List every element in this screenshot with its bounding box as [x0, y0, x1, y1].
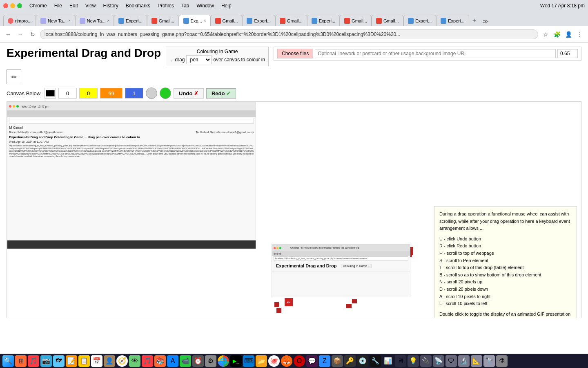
menu-window[interactable]: Window: [194, 2, 216, 9]
menu-edit[interactable]: Edit: [67, 2, 80, 9]
tab-experi3[interactable]: Experi...: [307, 15, 340, 26]
taskbar-facetime[interactable]: 📹: [180, 355, 191, 367]
taskbar-more2[interactable]: 🔑: [344, 355, 356, 367]
taskbar-more14[interactable]: ⚗: [496, 355, 508, 367]
reload-button[interactable]: ↻: [28, 29, 38, 39]
tab-gmail4[interactable]: Gmail...: [340, 15, 372, 26]
extensions-icon[interactable]: 🧩: [552, 29, 562, 39]
more-tabs-button[interactable]: ≫: [479, 16, 492, 26]
taskbar-slack[interactable]: 💬: [306, 355, 318, 367]
menu-tab[interactable]: Tab: [179, 2, 192, 9]
menu-view[interactable]: View: [83, 2, 98, 9]
new-tab-button[interactable]: +: [469, 15, 479, 26]
taskbar-calendar[interactable]: 📅: [91, 355, 102, 367]
taskbar-maps[interactable]: 🗺: [53, 355, 65, 367]
num-input-2[interactable]: 0: [79, 88, 98, 99]
taskbar-more11[interactable]: 🔬: [458, 355, 470, 367]
taskbar-vscode[interactable]: ⌨: [243, 355, 254, 367]
canvas-area[interactable]: Wed 10 Apr 12:47 pm M Gmail Robert Metca…: [7, 101, 581, 318]
pen-button[interactable]: ✏: [7, 70, 21, 84]
taskbar-more9[interactable]: 📡: [433, 355, 444, 367]
minimize-button[interactable]: [10, 3, 15, 8]
taskbar-finder[interactable]: 🔍: [2, 355, 14, 367]
num-input-1[interactable]: 0: [58, 88, 77, 99]
taskbar-music[interactable]: 🎵: [28, 355, 39, 367]
taskbar-more3[interactable]: 💿: [357, 355, 368, 367]
taskbar-reminders[interactable]: 📝: [66, 355, 77, 367]
tab-gmail1[interactable]: Gmail...: [147, 15, 179, 26]
close-button[interactable]: [3, 3, 8, 8]
taskbar-more10[interactable]: 🛡: [445, 355, 457, 367]
menu-history[interactable]: History: [101, 2, 121, 9]
taskbar-contacts[interactable]: 👤: [104, 355, 115, 367]
circle-button-green[interactable]: [160, 88, 171, 99]
taskbar-chrome[interactable]: 🌐: [218, 355, 229, 367]
tab-experi2[interactable]: Experi...: [242, 15, 275, 26]
maximize-button[interactable]: [17, 3, 22, 8]
tab-rjmpro[interactable]: rjmpro...: [3, 15, 36, 26]
red-square[interactable]: ✏: [285, 298, 293, 306]
back-button[interactable]: ←: [3, 29, 13, 39]
taskbar-github[interactable]: 🐙: [268, 355, 280, 367]
ss2-toolbar: [272, 251, 410, 256]
taskbar-more4[interactable]: 🔧: [370, 355, 381, 367]
taskbar-opera[interactable]: O: [294, 355, 305, 367]
taskbar-safari[interactable]: 🧭: [116, 355, 128, 367]
taskbar-books[interactable]: 📚: [154, 355, 166, 367]
forward-button[interactable]: →: [16, 29, 25, 39]
menu-icon[interactable]: ⋮: [575, 29, 585, 39]
tab-new2[interactable]: New Ta... ×: [75, 15, 114, 26]
tab-close-icon[interactable]: ×: [68, 18, 71, 23]
tab-experi4[interactable]: Experi...: [403, 15, 436, 26]
color-picker[interactable]: [45, 88, 56, 99]
taskbar-more8[interactable]: 🔌: [420, 355, 432, 367]
tab-new1[interactable]: New Ta... ×: [36, 15, 75, 26]
pen-select[interactable]: pen pencil brush: [186, 55, 212, 64]
menu-chrome[interactable]: Chrome: [27, 2, 49, 9]
taskbar-itunes[interactable]: 🎵: [142, 355, 153, 367]
ss-recipient: To: Robert Metcalfe <rmetcalfe1@gmail.co…: [196, 131, 254, 134]
tab-experi1[interactable]: Experi...: [114, 15, 147, 26]
taskbar-appstore[interactable]: A: [167, 355, 178, 367]
taskbar-preview[interactable]: 👁: [129, 355, 140, 367]
taskbar-more7[interactable]: 💡: [408, 355, 419, 367]
menu-help[interactable]: Help: [219, 2, 234, 9]
taskbar-more6[interactable]: 🖥: [395, 355, 406, 367]
undo-button[interactable]: Undo ✗: [174, 88, 204, 99]
taskbar-settings[interactable]: ⚙: [205, 355, 216, 367]
tab-close-icon[interactable]: ×: [204, 18, 206, 23]
tab-close-icon[interactable]: ×: [107, 18, 110, 23]
menu-file[interactable]: File: [52, 2, 65, 9]
bg-url-input[interactable]: [315, 49, 556, 58]
taskbar-zoom[interactable]: Z: [319, 355, 330, 367]
menu-profiles[interactable]: Profiles: [155, 2, 176, 9]
num-input-4[interactable]: 1: [125, 88, 143, 99]
taskbar-notes[interactable]: 📋: [78, 355, 90, 367]
tab-gmail3[interactable]: Gmail...: [275, 15, 307, 26]
taskbar-iterm[interactable]: ▶_: [230, 355, 242, 367]
profile-icon[interactable]: 👤: [564, 29, 573, 39]
taskbar-launchpad[interactable]: ⊞: [15, 355, 27, 367]
tab-exp-active[interactable]: Exp... ×: [179, 15, 211, 26]
choose-files-button[interactable]: Choose files: [277, 49, 313, 58]
taskbar-photos[interactable]: 📷: [40, 355, 52, 367]
bookmark-icon[interactable]: ☆: [541, 29, 550, 39]
taskbar-more12[interactable]: 📐: [471, 355, 482, 367]
taskbar-firefox[interactable]: 🦊: [281, 355, 292, 367]
menu-bookmarks[interactable]: Bookmarks: [123, 2, 153, 9]
redo-button[interactable]: Redo ✓: [206, 88, 236, 99]
circle-button-gray[interactable]: [146, 88, 157, 99]
address-input[interactable]: [40, 29, 538, 39]
tooltip-item-b: B - scroll so as to show bottom of this …: [439, 272, 572, 279]
taskbar-more1[interactable]: 📦: [332, 355, 343, 367]
tab-experi5[interactable]: Experi...: [436, 15, 469, 26]
taskbar-ftp[interactable]: 📂: [256, 355, 267, 367]
opacity-input[interactable]: 0.65: [557, 49, 578, 58]
tooltip-item-a: A - scroll 10 pixels to right: [439, 293, 572, 301]
num-input-3[interactable]: 99: [100, 88, 122, 99]
taskbar-time-machine[interactable]: ⏰: [192, 355, 204, 367]
tab-gmail5[interactable]: Gmail...: [372, 15, 403, 26]
taskbar-more13[interactable]: 🔭: [483, 355, 495, 367]
taskbar-more5[interactable]: 📊: [382, 355, 394, 367]
tab-gmail2[interactable]: Gmail...: [211, 15, 243, 26]
